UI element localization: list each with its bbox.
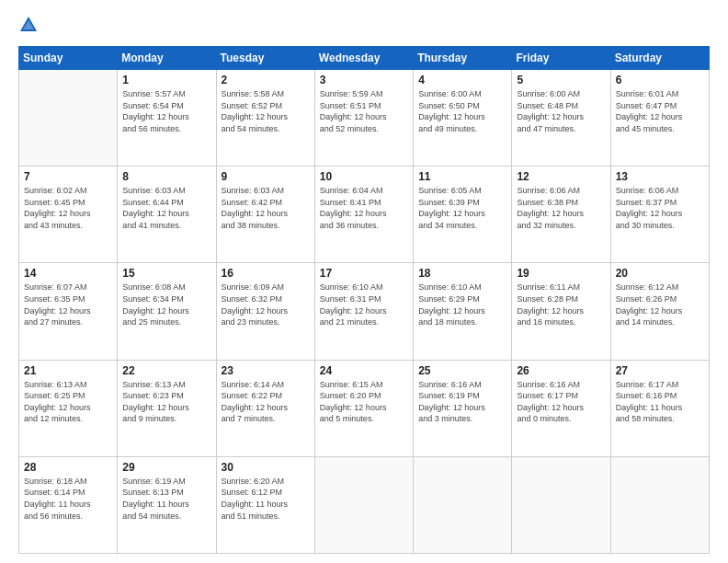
- day-number: 28: [24, 461, 112, 474]
- day-number: 6: [616, 74, 704, 86]
- day-info: Sunrise: 6:09 AM Sunset: 6:32 PM Dayligh…: [222, 282, 310, 327]
- day-number: 23: [222, 364, 310, 377]
- day-number: 4: [418, 74, 506, 86]
- weekday-header-friday: Friday: [512, 47, 610, 70]
- calendar-cell: 23Sunrise: 6:14 AM Sunset: 6:22 PM Dayli…: [216, 360, 314, 456]
- day-info: Sunrise: 6:10 AM Sunset: 6:31 PM Dayligh…: [320, 282, 408, 327]
- day-info: Sunrise: 6:04 AM Sunset: 6:41 PM Dayligh…: [320, 185, 408, 231]
- calendar-cell: [19, 70, 118, 167]
- day-info: Sunrise: 6:08 AM Sunset: 6:34 PM Dayligh…: [122, 282, 210, 327]
- day-info: Sunrise: 6:06 AM Sunset: 6:37 PM Dayligh…: [616, 185, 704, 231]
- calendar-cell: 18Sunrise: 6:10 AM Sunset: 6:29 PM Dayli…: [414, 263, 512, 360]
- day-info: Sunrise: 6:06 AM Sunset: 6:38 PM Dayligh…: [517, 185, 605, 231]
- day-info: Sunrise: 5:57 AM Sunset: 6:54 PM Dayligh…: [122, 88, 210, 134]
- calendar-cell: 4Sunrise: 6:00 AM Sunset: 6:50 PM Daylig…: [414, 70, 512, 167]
- day-number: 18: [418, 267, 506, 280]
- calendar-table: SundayMondayTuesdayWednesdayThursdayFrid…: [18, 46, 710, 554]
- day-info: Sunrise: 5:59 AM Sunset: 6:51 PM Dayligh…: [320, 88, 408, 134]
- calendar-cell: 19Sunrise: 6:11 AM Sunset: 6:28 PM Dayli…: [512, 263, 610, 360]
- calendar-cell: 13Sunrise: 6:06 AM Sunset: 6:37 PM Dayli…: [610, 167, 709, 263]
- calendar-cell: [314, 456, 413, 553]
- calendar-week-5: 28Sunrise: 6:18 AM Sunset: 6:14 PM Dayli…: [19, 456, 710, 553]
- weekday-header-sunday: Sunday: [19, 47, 118, 70]
- day-info: Sunrise: 6:02 AM Sunset: 6:45 PM Dayligh…: [24, 185, 112, 231]
- calendar-cell: [610, 456, 709, 553]
- weekday-header-thursday: Thursday: [414, 47, 512, 70]
- day-number: 3: [320, 74, 408, 86]
- calendar-cell: 16Sunrise: 6:09 AM Sunset: 6:32 PM Dayli…: [216, 263, 314, 360]
- day-number: 13: [616, 170, 704, 183]
- day-number: 10: [320, 170, 408, 183]
- calendar-cell: 1Sunrise: 5:57 AM Sunset: 6:54 PM Daylig…: [118, 70, 216, 167]
- calendar-cell: 26Sunrise: 6:16 AM Sunset: 6:17 PM Dayli…: [512, 360, 610, 456]
- calendar-cell: 27Sunrise: 6:17 AM Sunset: 6:16 PM Dayli…: [610, 360, 709, 456]
- day-info: Sunrise: 6:13 AM Sunset: 6:23 PM Dayligh…: [122, 379, 210, 425]
- day-info: Sunrise: 6:20 AM Sunset: 6:12 PM Dayligh…: [222, 476, 310, 522]
- day-info: Sunrise: 6:16 AM Sunset: 6:17 PM Dayligh…: [517, 379, 605, 425]
- calendar-cell: 15Sunrise: 6:08 AM Sunset: 6:34 PM Dayli…: [118, 263, 216, 360]
- calendar-cell: 14Sunrise: 6:07 AM Sunset: 6:35 PM Dayli…: [19, 263, 118, 360]
- day-number: 24: [320, 364, 408, 377]
- day-number: 12: [517, 170, 605, 183]
- weekday-header-monday: Monday: [118, 47, 216, 70]
- calendar-cell: 12Sunrise: 6:06 AM Sunset: 6:38 PM Dayli…: [512, 167, 610, 263]
- calendar-cell: 20Sunrise: 6:12 AM Sunset: 6:26 PM Dayli…: [610, 263, 709, 360]
- day-number: 5: [517, 74, 605, 86]
- calendar-cell: 30Sunrise: 6:20 AM Sunset: 6:12 PM Dayli…: [216, 456, 314, 553]
- day-info: Sunrise: 6:15 AM Sunset: 6:20 PM Dayligh…: [320, 379, 408, 425]
- calendar-week-1: 1Sunrise: 5:57 AM Sunset: 6:54 PM Daylig…: [19, 70, 710, 167]
- calendar-cell: 7Sunrise: 6:02 AM Sunset: 6:45 PM Daylig…: [19, 167, 118, 263]
- calendar-week-2: 7Sunrise: 6:02 AM Sunset: 6:45 PM Daylig…: [19, 167, 710, 263]
- day-number: 29: [122, 461, 210, 474]
- day-info: Sunrise: 6:03 AM Sunset: 6:44 PM Dayligh…: [122, 185, 210, 231]
- day-info: Sunrise: 6:00 AM Sunset: 6:48 PM Dayligh…: [517, 88, 605, 134]
- calendar-cell: 22Sunrise: 6:13 AM Sunset: 6:23 PM Dayli…: [118, 360, 216, 456]
- day-number: 25: [418, 364, 506, 377]
- logo-icon: [18, 15, 39, 35]
- calendar-cell: 9Sunrise: 6:03 AM Sunset: 6:42 PM Daylig…: [216, 167, 314, 263]
- day-info: Sunrise: 6:10 AM Sunset: 6:29 PM Dayligh…: [418, 282, 506, 327]
- calendar-cell: 29Sunrise: 6:19 AM Sunset: 6:13 PM Dayli…: [118, 456, 216, 553]
- calendar-week-3: 14Sunrise: 6:07 AM Sunset: 6:35 PM Dayli…: [19, 263, 710, 360]
- day-number: 22: [122, 364, 210, 377]
- day-info: Sunrise: 6:07 AM Sunset: 6:35 PM Dayligh…: [24, 282, 112, 327]
- day-number: 9: [222, 170, 310, 183]
- calendar-cell: 28Sunrise: 6:18 AM Sunset: 6:14 PM Dayli…: [19, 456, 118, 553]
- day-number: 17: [320, 267, 408, 280]
- day-number: 21: [24, 364, 112, 377]
- day-number: 14: [24, 267, 112, 280]
- day-number: 30: [222, 461, 310, 474]
- calendar-cell: 24Sunrise: 6:15 AM Sunset: 6:20 PM Dayli…: [314, 360, 413, 456]
- calendar-cell: 6Sunrise: 6:01 AM Sunset: 6:47 PM Daylig…: [610, 70, 709, 167]
- day-info: Sunrise: 6:03 AM Sunset: 6:42 PM Dayligh…: [222, 185, 310, 231]
- calendar-cell: 3Sunrise: 5:59 AM Sunset: 6:51 PM Daylig…: [314, 70, 413, 167]
- day-info: Sunrise: 6:01 AM Sunset: 6:47 PM Dayligh…: [616, 88, 704, 134]
- calendar-cell: 21Sunrise: 6:13 AM Sunset: 6:25 PM Dayli…: [19, 360, 118, 456]
- calendar-cell: 17Sunrise: 6:10 AM Sunset: 6:31 PM Dayli…: [314, 263, 413, 360]
- day-info: Sunrise: 6:11 AM Sunset: 6:28 PM Dayligh…: [517, 282, 605, 327]
- calendar-cell: [512, 456, 610, 553]
- page: SundayMondayTuesdayWednesdayThursdayFrid…: [0, 0, 728, 563]
- weekday-header-saturday: Saturday: [610, 47, 709, 70]
- weekday-header-row: SundayMondayTuesdayWednesdayThursdayFrid…: [19, 47, 710, 70]
- day-info: Sunrise: 6:17 AM Sunset: 6:16 PM Dayligh…: [616, 379, 704, 425]
- day-number: 8: [122, 170, 210, 183]
- day-number: 20: [616, 267, 704, 280]
- calendar-cell: 8Sunrise: 6:03 AM Sunset: 6:44 PM Daylig…: [118, 167, 216, 263]
- day-number: 27: [616, 364, 704, 377]
- day-info: Sunrise: 6:13 AM Sunset: 6:25 PM Dayligh…: [24, 379, 112, 425]
- logo: [18, 15, 42, 39]
- calendar-cell: 10Sunrise: 6:04 AM Sunset: 6:41 PM Dayli…: [314, 167, 413, 263]
- calendar-week-4: 21Sunrise: 6:13 AM Sunset: 6:25 PM Dayli…: [19, 360, 710, 456]
- day-number: 19: [517, 267, 605, 280]
- day-info: Sunrise: 6:16 AM Sunset: 6:19 PM Dayligh…: [418, 379, 506, 425]
- calendar-cell: 25Sunrise: 6:16 AM Sunset: 6:19 PM Dayli…: [414, 360, 512, 456]
- header: [18, 15, 710, 39]
- day-info: Sunrise: 6:14 AM Sunset: 6:22 PM Dayligh…: [222, 379, 310, 425]
- calendar-cell: 2Sunrise: 5:58 AM Sunset: 6:52 PM Daylig…: [216, 70, 314, 167]
- weekday-header-wednesday: Wednesday: [314, 47, 413, 70]
- day-info: Sunrise: 6:12 AM Sunset: 6:26 PM Dayligh…: [616, 282, 704, 327]
- day-number: 16: [222, 267, 310, 280]
- day-number: 2: [222, 74, 310, 86]
- day-number: 26: [517, 364, 605, 377]
